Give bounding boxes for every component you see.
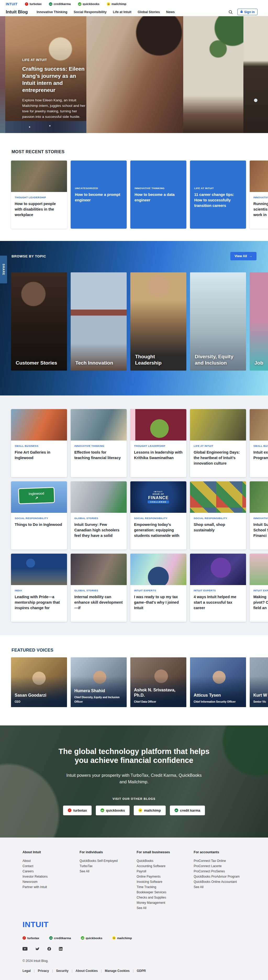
article-card[interactable]: INTUIT HOUR OF FINANCE CHALLENGE SOCIAL … [130, 481, 186, 549]
footer-link[interactable]: Invoicing Software [136, 879, 193, 885]
article-image [250, 409, 268, 441]
footer-link[interactable]: QuickBooks ProAdvisor Program [193, 874, 259, 879]
article-card[interactable]: INTUIT EXPERTS I was ready to up my tax … [130, 554, 186, 622]
story-card[interactable]: LIFE AT INTUIT 11 career change tips: Ho… [190, 161, 246, 229]
footer-link[interactable]: Bookkeeper Services [136, 890, 193, 895]
article-card[interactable]: THOUGHT LEADERSHIP Lessons in leadership… [130, 409, 186, 477]
article-card[interactable]: LIFE AT INTUIT Global Engineering Days: … [190, 409, 246, 477]
story-card[interactable]: THOUGHT LEADERSHIP How to support people… [11, 161, 67, 229]
article-card[interactable]: INTUIT EXPERTS Making pivot? C field an [250, 554, 268, 622]
divider: | [34, 969, 35, 973]
quickbooks-blog-button[interactable]: qb quickbooks [96, 806, 130, 815]
turbotax-blog-button[interactable]: ✓ turbotax [63, 806, 92, 815]
footer-link[interactable]: ProConnect ProSeries [193, 869, 259, 874]
footer-link[interactable]: Contact [22, 864, 79, 869]
brand-link-quickbooks[interactable]: qb quickbooks [81, 936, 102, 940]
legal-link[interactable]: Legal [22, 969, 31, 973]
footer-link[interactable]: About [22, 858, 79, 864]
voice-card-humera-shahid[interactable]: Humera Shahid Chief Diversity, Equity an… [71, 657, 127, 707]
topic-tile-diversity-equity-inclusion[interactable]: Diversity, Equity and Inclusion [190, 272, 246, 371]
brand-link-creditkarma[interactable]: ck creditkarma [49, 2, 71, 6]
footer-link[interactable]: TurboTax [79, 864, 136, 869]
topic-tile-tech-innovation[interactable]: Tech Innovation [71, 272, 127, 371]
brand-link-turbotax[interactable]: ✓ turbotax [25, 2, 41, 6]
article-card[interactable]: INNOVATIVE THINKING Effective tools for … [71, 409, 127, 477]
article-card[interactable]: SMALL BUSINESS Fine Art Galleries in Ing… [11, 409, 67, 477]
footer-link[interactable]: ProConnect Tax Online [193, 858, 259, 864]
footer-link[interactable]: Careers [22, 869, 79, 874]
footer-link[interactable]: Payroll [136, 869, 193, 874]
footer-link[interactable]: Newsroom [22, 879, 79, 885]
article-card[interactable]: INDIA Leading with Pride—a mentorship pr… [11, 554, 67, 622]
voice-card-atticus-tysen[interactable]: Atticus Tysen Chief Information Security… [190, 657, 246, 707]
divider: | [52, 969, 53, 973]
mailchimp-blog-button[interactable]: m mailchimp [134, 806, 165, 815]
voice-card-kurt[interactable]: Kurt W Senior Vic [250, 657, 268, 707]
article-image [130, 409, 186, 441]
footer-link[interactable]: QuickBooks Online Accountant [193, 879, 259, 885]
search-icon[interactable] [228, 10, 233, 14]
linkedin-icon[interactable] [59, 947, 63, 951]
article-card[interactable]: GLOBAL STORIES Internal mobility can enh… [71, 554, 127, 622]
brand-link-quickbooks[interactable]: qb quickbooks [78, 2, 100, 6]
nav-item-life-at-intuit[interactable]: Life at Intuit [113, 10, 132, 14]
article-card[interactable]: SMALL BUSINESS Intuit ex Program [250, 409, 268, 477]
footer-social-links [22, 947, 268, 951]
footer-link[interactable]: Investor Relations [22, 874, 79, 879]
twitter-icon[interactable] [35, 947, 40, 951]
footer-link[interactable]: Checks and Supplies [136, 895, 193, 900]
facebook-icon[interactable] [48, 947, 51, 951]
footer-link[interactable]: Partner with Intuit [22, 885, 79, 890]
nav-item-news[interactable]: News [166, 10, 175, 14]
footer-intuit-logo[interactable]: INTUIT [22, 920, 268, 929]
story-card[interactable]: INNOVATIVE THINKING Running scientis wor… [250, 161, 268, 229]
voice-card-ashok-srivastava[interactable]: Ashok N. Srivastava, Ph.D. Chief Data Of… [130, 657, 186, 707]
brand-link-mailchimp[interactable]: m mailchimp [107, 2, 127, 6]
footer-link[interactable]: QuickBooks [136, 858, 193, 864]
article-card[interactable]: INNOVATIVE THINKING Intuit Su School S F… [250, 481, 268, 549]
topic-label: Thought Leadership [135, 353, 178, 366]
article-card[interactable]: SOCIAL RESPONSIBILITY Shop small, shop s… [190, 481, 246, 549]
legal-link[interactable]: GDPR [136, 969, 146, 973]
topic-tile-thought-leadership[interactable]: Thought Leadership [130, 272, 186, 371]
hero-title-link[interactable]: Crafting success: Eileen Kang’s journey … [22, 65, 90, 94]
site-title[interactable]: Intuit Blog [6, 10, 28, 15]
nav-item-innovative-thinking[interactable]: Innovative Thinking [36, 10, 67, 14]
story-card[interactable]: INNOVATIVE THINKING How to become a data… [130, 161, 186, 229]
article-card[interactable]: GLOBAL STORIES Intuit Survey: Few Canadi… [71, 481, 127, 549]
brand-link-turbotax[interactable]: ✓ turbotax [22, 936, 39, 940]
creditkarma-blog-button[interactable]: ck credit karma [170, 806, 205, 815]
article-card[interactable]: Inglewood ↗ SOCIAL RESPONSIBILITY Things… [11, 481, 67, 549]
footer-link[interactable]: QuickBooks Self-Employed [79, 858, 136, 864]
brand-link-creditkarma[interactable]: ck creditkarma [49, 936, 71, 940]
topic-tile-job[interactable]: Job [250, 272, 268, 371]
story-card[interactable]: UNCATEGORIZED How to become a prompt eng… [71, 161, 127, 229]
article-card[interactable]: INTUIT EXPERTS 4 ways Intuit helped me s… [190, 554, 246, 622]
topic-tile-customer-stories[interactable]: Customer Stories [11, 272, 67, 371]
footer-link[interactable]: ProConnect Lacerte [193, 864, 259, 869]
legal-link[interactable]: Privacy [38, 969, 49, 973]
sign-in-button[interactable]: Sign in [237, 9, 257, 15]
topic-label: Customer Stories [16, 360, 59, 366]
legal-link[interactable]: About Cookies [76, 969, 98, 973]
footer-link[interactable]: Money Management [136, 900, 193, 905]
legal-link[interactable]: Manage Cookies [105, 969, 130, 973]
share-tab[interactable]: SHARE [0, 256, 7, 283]
footer-link[interactable]: See All [136, 905, 193, 911]
voice-role: CEO [15, 700, 63, 704]
footer-link[interactable]: See All [79, 869, 136, 874]
most-recent-stories-section: MOST RECENT STORIES THOUGHT LEADERSHIP H… [0, 133, 268, 241]
youtube-icon[interactable] [22, 947, 27, 951]
brand-link-mailchimp[interactable]: m mailchimp [112, 936, 132, 940]
nav-item-social-responsibility[interactable]: Social Responsibility [73, 10, 106, 14]
footer-link[interactable]: Accounting Software [136, 864, 193, 869]
nav-item-global-stories[interactable]: Global Stories [138, 10, 160, 14]
footer-link[interactable]: See All [193, 885, 259, 890]
intuit-logo[interactable]: INTUIT [6, 2, 17, 6]
article-image [250, 554, 268, 585]
footer-link[interactable]: Time Tracking [136, 885, 193, 890]
voice-card-sasan-goodarzi[interactable]: Sasan Goodarzi CEO [11, 657, 67, 707]
footer-link[interactable]: Online Payments [136, 874, 193, 879]
view-all-button[interactable]: View All → [230, 252, 257, 260]
legal-link[interactable]: Security [56, 969, 68, 973]
